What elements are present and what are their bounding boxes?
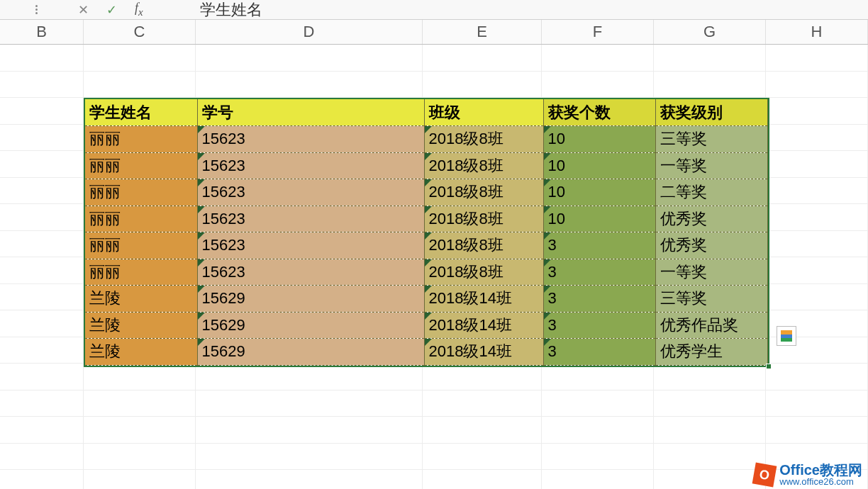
- paste-options-button[interactable]: [777, 326, 796, 346]
- error-indicator-icon: [425, 259, 432, 266]
- error-indicator-icon: [544, 153, 551, 160]
- cell-c[interactable]: 丽丽: [85, 259, 197, 286]
- cell-e[interactable]: 2018级8班: [424, 206, 543, 232]
- cell-e[interactable]: 2018级14班: [424, 286, 543, 313]
- cell-f[interactable]: 10: [543, 152, 655, 179]
- cell-e[interactable]: 2018级8班: [424, 259, 543, 286]
- selection-handle[interactable]: [766, 364, 772, 369]
- cell-value: 兰陵: [89, 316, 121, 334]
- col-header-h[interactable]: H: [766, 20, 868, 44]
- error-indicator-icon: [425, 286, 432, 293]
- drag-handle-icon: [35, 5, 38, 14]
- cell-e[interactable]: 2018级8班: [424, 152, 543, 179]
- cell-d[interactable]: 15623: [197, 232, 424, 259]
- cell-value: 15623: [202, 236, 245, 254]
- cell-f[interactable]: 10: [543, 179, 655, 206]
- error-indicator-icon: [198, 206, 205, 213]
- col-header-c[interactable]: C: [84, 20, 196, 44]
- cell-e[interactable]: 2018级14班: [424, 312, 543, 339]
- cell-c[interactable]: 丽丽: [85, 179, 197, 206]
- cell-c[interactable]: 兰陵: [85, 312, 197, 339]
- header-class[interactable]: 班级: [424, 99, 543, 126]
- cell-f[interactable]: 3: [543, 259, 655, 286]
- cell-value: 二等奖: [660, 183, 707, 201]
- error-indicator-icon: [544, 339, 551, 346]
- error-indicator-icon: [425, 153, 432, 160]
- table-row: 兰陵156292018级14班3优秀学生: [85, 339, 767, 366]
- name-box-area[interactable]: [0, 5, 64, 14]
- cell-c[interactable]: 丽丽: [85, 232, 197, 259]
- watermark-url: www.office26.com: [779, 477, 862, 486]
- cell-value: 2018级14班: [429, 342, 512, 360]
- error-indicator-icon: [198, 339, 205, 346]
- cell-g[interactable]: 优秀学生: [655, 339, 767, 366]
- cell-value: 15623: [202, 263, 245, 281]
- cell-d[interactable]: 15623: [197, 206, 424, 232]
- cell-e[interactable]: 2018级8班: [424, 232, 543, 259]
- cell-d[interactable]: 15623: [197, 126, 424, 153]
- cell-g[interactable]: 优秀作品奖: [655, 312, 767, 339]
- fx-icon[interactable]: fx: [135, 1, 143, 18]
- error-indicator-icon: [198, 126, 205, 133]
- cell-e[interactable]: 2018级8班: [424, 126, 543, 153]
- data-table: 学生姓名 学号 班级 获奖个数 获奖级别 丽丽156232018级8班10三等奖…: [85, 99, 768, 366]
- cell-d[interactable]: 15623: [197, 259, 424, 286]
- error-indicator-icon: [544, 259, 551, 266]
- cell-f[interactable]: 10: [543, 126, 655, 153]
- cell-f[interactable]: 3: [543, 312, 655, 339]
- cell-value: 三等奖: [660, 289, 707, 307]
- cell-c[interactable]: 丽丽: [85, 152, 197, 179]
- col-header-f[interactable]: F: [542, 20, 654, 44]
- col-header-b[interactable]: B: [0, 20, 84, 44]
- cell-f[interactable]: 3: [543, 339, 655, 366]
- cell-g[interactable]: 一等奖: [655, 152, 767, 179]
- header-student-name[interactable]: 学生姓名: [85, 99, 197, 126]
- cell-value: 2018级8班: [429, 210, 503, 227]
- cell-value: 2018级8班: [429, 130, 503, 147]
- cell-value: 丽丽: [89, 236, 121, 254]
- cell-g[interactable]: 优秀奖: [655, 232, 767, 259]
- col-header-d[interactable]: D: [196, 20, 423, 44]
- cell-e[interactable]: 2018级14班: [424, 339, 543, 366]
- error-indicator-icon: [198, 313, 205, 320]
- formula-bar-input[interactable]: 学生姓名: [143, 0, 868, 21]
- cell-g[interactable]: 一等奖: [655, 259, 767, 286]
- cell-g[interactable]: 优秀奖: [655, 206, 767, 232]
- cell-d[interactable]: 15623: [197, 152, 424, 179]
- watermark-logo-icon: O: [752, 462, 777, 487]
- cell-g[interactable]: 三等奖: [655, 126, 767, 153]
- table-row: 丽丽156232018级8班10一等奖: [85, 152, 767, 179]
- cell-d[interactable]: 15629: [197, 286, 424, 313]
- cell-value: 兰陵: [89, 342, 121, 360]
- error-indicator-icon: [425, 206, 432, 213]
- cell-c[interactable]: 丽丽: [85, 126, 197, 153]
- cell-f[interactable]: 3: [543, 232, 655, 259]
- cell-c[interactable]: 兰陵: [85, 286, 197, 313]
- error-indicator-icon: [544, 179, 551, 186]
- cell-d[interactable]: 15629: [197, 312, 424, 339]
- cancel-icon[interactable]: ✕: [78, 2, 89, 18]
- header-award-level[interactable]: 获奖级别: [655, 99, 767, 126]
- cell-c[interactable]: 兰陵: [85, 339, 197, 366]
- confirm-icon[interactable]: ✓: [106, 2, 117, 18]
- cell-g[interactable]: 二等奖: [655, 179, 767, 206]
- cell-value: 一等奖: [660, 157, 707, 174]
- cell-d[interactable]: 15629: [197, 339, 424, 366]
- error-indicator-icon: [198, 286, 205, 293]
- col-header-g[interactable]: G: [654, 20, 766, 44]
- cell-c[interactable]: 丽丽: [85, 206, 197, 232]
- table-body: 丽丽156232018级8班10三等奖丽丽156232018级8班10一等奖丽丽…: [85, 126, 767, 366]
- error-indicator-icon: [198, 153, 205, 160]
- cell-f[interactable]: 3: [543, 286, 655, 313]
- cell-e[interactable]: 2018级8班: [424, 179, 543, 206]
- cell-value: 15629: [202, 342, 245, 360]
- header-student-id[interactable]: 学号: [197, 99, 424, 126]
- cell-f[interactable]: 10: [543, 206, 655, 232]
- cell-value: 15629: [202, 316, 245, 334]
- header-award-count[interactable]: 获奖个数: [543, 99, 655, 126]
- table-header-row: 学生姓名 学号 班级 获奖个数 获奖级别: [85, 99, 767, 126]
- error-indicator-icon: [425, 126, 432, 133]
- cell-d[interactable]: 15623: [197, 179, 424, 206]
- col-header-e[interactable]: E: [423, 20, 542, 44]
- cell-g[interactable]: 三等奖: [655, 286, 767, 313]
